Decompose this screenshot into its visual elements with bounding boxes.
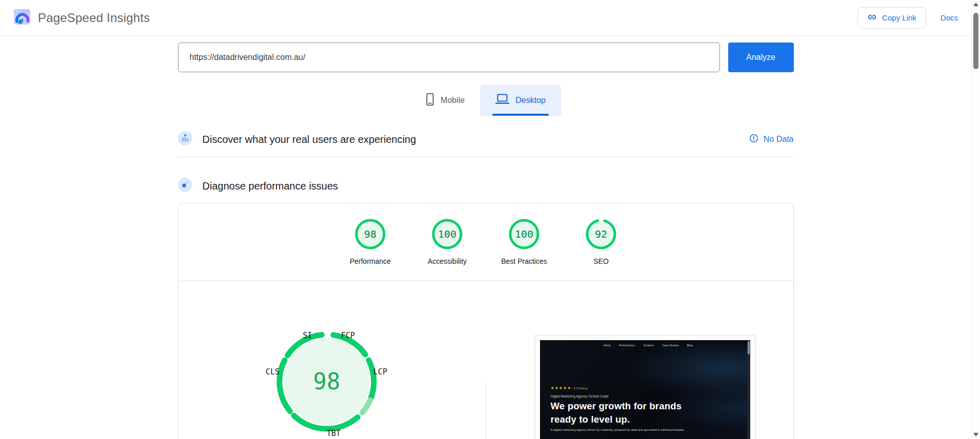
svg-text:98: 98 [313,368,340,394]
field-section-title: Discover what your real users are experi… [203,134,416,145]
lab-data-section: Diagnose performance issues [178,178,794,194]
pagespeed-logo-icon [13,8,31,28]
svg-text:100: 100 [515,228,533,240]
preview-nav: About Performance Creative Case Studies … [604,344,693,347]
preview-scrollbar [747,340,750,439]
preview-nav-item: Performance [619,344,635,347]
gauge-metric-si: SI [303,331,312,340]
performance-gauge: 98 SI FCP CLS LCP TBT [260,315,393,439]
score-label: Accessibility [428,257,467,265]
tab-desktop[interactable]: Desktop [480,85,561,116]
headline-line-1: We power growth for brands [551,400,682,413]
tab-mobile[interactable]: Mobile [410,85,480,116]
scrollbar-thumb[interactable] [973,13,978,69]
preview-scrollbar-thumb [748,341,750,354]
metrics-area: 98 SI FCP CLS LCP TBT About Performance … [178,281,793,439]
device-tabs: Mobile Desktop [0,85,971,116]
lab-section-title: Diagnose performance issues [203,180,338,192]
headline-line-2: ready to level up. [551,413,682,426]
preview-nav-item: About [604,344,611,347]
score-ring: 100 [431,218,464,250]
scrollbar-down-arrow[interactable] [973,433,978,436]
preview-nav-item: Blog [687,344,693,347]
gauge-metric-fcp: FCP [341,331,355,340]
copy-link-button[interactable]: Copy Link [857,7,926,29]
url-bar: Analyze [178,43,794,72]
svg-text:98: 98 [364,228,376,240]
copy-link-label: Copy Link [882,13,916,22]
score-ring: 98 [354,218,387,250]
link-icon [867,12,877,24]
site-preview-screen: About Performance Creative Case Studies … [540,340,750,439]
brand: PageSpeed Insights [13,8,150,28]
rating-label: 5.0 Rating [573,387,587,390]
field-data-icon [178,131,192,148]
score-label: SEO [593,257,609,265]
no-data-label: No Data [764,135,794,144]
preview-rating: ★★★★★ 5.0 Rating [551,386,588,390]
score-best-practices[interactable]: 100 Best Practices [486,218,563,265]
score-ring: 92 [585,218,617,250]
page-scrollbar[interactable] [971,0,980,439]
scrollbar-up-arrow[interactable] [973,3,978,6]
preview-headline: We power growth for brands ready to leve… [551,400,682,426]
preview-nav-item: Creative [643,344,653,347]
section-divider [178,157,794,157]
mobile-phone-icon [426,93,434,108]
site-screenshot-thumbnail[interactable]: About Performance Creative Case Studies … [535,335,755,439]
score-label: Performance [350,257,391,265]
preview-nav-item: Case Studies [662,344,679,347]
star-icons: ★★★★★ [551,386,572,390]
gauge-metric-lcp: LCP [373,367,387,377]
gauge-metric-tbt: TBT [327,429,341,438]
score-seo[interactable]: 92 SEO [563,218,639,265]
preview-eyebrow: Digital Marketing Agency Central Coast [551,394,609,398]
docs-link[interactable]: Docs [941,13,958,22]
page: PageSpeed Insights Copy Link Docs Analyz… [0,0,971,439]
desktop-laptop-icon [495,94,509,107]
tab-desktop-label: Desktop [515,96,546,105]
svg-text:100: 100 [438,228,456,240]
preview-subtext: A digital marketing agency driven by cre… [551,428,685,431]
vertical-divider [486,381,486,439]
score-label: Best Practices [501,257,547,265]
field-data-section: Discover what your real users are experi… [178,131,794,148]
url-input[interactable] [178,43,720,72]
page-title: PageSpeed Insights [38,11,150,25]
score-accessibility[interactable]: 100 Accessibility [409,218,486,265]
alert-circle-icon [749,134,758,145]
score-summary: 98 Performance 100 Accessibility 100 Be [178,203,793,265]
svg-text:92: 92 [595,228,607,240]
score-ring: 100 [508,218,541,250]
header-actions: Copy Link Docs [857,7,958,29]
lab-data-icon [178,178,192,194]
report-card: 98 Performance 100 Accessibility 100 Be [178,203,794,439]
gauge-metric-cls: CLS [266,367,279,377]
tab-mobile-label: Mobile [441,96,465,105]
analyze-button[interactable]: Analyze [728,43,794,72]
gauge-svg: 98 [260,315,393,439]
score-performance[interactable]: 98 Performance [332,218,409,265]
no-data-status[interactable]: No Data [749,134,794,145]
app-header: PageSpeed Insights Copy Link Docs [0,0,971,36]
